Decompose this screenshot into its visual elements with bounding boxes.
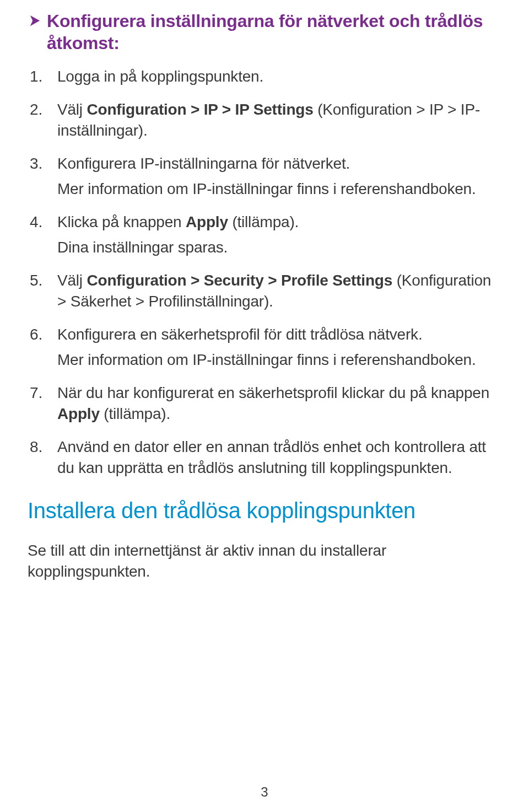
list-item: Konfigurera en säkerhetsprofil för ditt … bbox=[28, 324, 501, 370]
section-heading: Konfigurera inställningarna för nätverke… bbox=[47, 10, 501, 54]
step-text: Konfigurera IP-inställningarna för nätve… bbox=[57, 155, 350, 172]
page-number: 3 bbox=[0, 784, 529, 800]
list-item: Välj Configuration > IP > IP Settings (K… bbox=[28, 99, 501, 141]
step-bold: Configuration > IP > IP Settings bbox=[87, 101, 313, 118]
step-pre: Klicka på knappen bbox=[57, 213, 186, 230]
steps-list: Logga in på kopplingspunkten. Välj Confi… bbox=[28, 66, 501, 478]
list-item: Logga in på kopplingspunkten. bbox=[28, 66, 501, 87]
step-pre: Välj bbox=[57, 101, 87, 118]
step-text: Använd en dator eller en annan trådlös e… bbox=[57, 438, 486, 476]
step-post: (tillämpa). bbox=[100, 405, 170, 422]
step-text: Konfigurera en säkerhetsprofil för ditt … bbox=[57, 326, 423, 343]
arrow-right-icon: ➤ bbox=[29, 10, 40, 31]
list-item: Klicka på knappen Apply (tillämpa). Dina… bbox=[28, 212, 501, 258]
section-heading-row: ➤ Konfigurera inställningarna för nätver… bbox=[28, 10, 501, 54]
list-item: När du har konfigurerat en säkerhetsprof… bbox=[28, 383, 501, 424]
section-paragraph: Se till att din internettjänst är aktiv … bbox=[28, 540, 501, 582]
step-bold: Configuration > Security > Profile Setti… bbox=[87, 272, 392, 289]
step-sub: Dina inställningar sparas. bbox=[57, 237, 501, 258]
step-bold: Apply bbox=[186, 213, 228, 230]
step-text: Logga in på kopplingspunkten. bbox=[57, 68, 263, 85]
section-title: Installera den trådlösa kopplingspunkten bbox=[28, 497, 501, 524]
step-bold: Apply bbox=[57, 405, 100, 422]
step-pre: När du har konfigurerat en säkerhetsprof… bbox=[57, 384, 489, 401]
list-item: Använd en dator eller en annan trådlös e… bbox=[28, 437, 501, 478]
step-sub: Mer information om IP-inställningar finn… bbox=[57, 179, 501, 200]
list-item: Konfigurera IP-inställningarna för nätve… bbox=[28, 153, 501, 200]
step-post: (tillämpa). bbox=[228, 213, 299, 230]
step-sub: Mer information om IP-inställningar finn… bbox=[57, 349, 501, 370]
step-pre: Välj bbox=[57, 272, 87, 289]
list-item: Välj Configuration > Security > Profile … bbox=[28, 270, 501, 312]
